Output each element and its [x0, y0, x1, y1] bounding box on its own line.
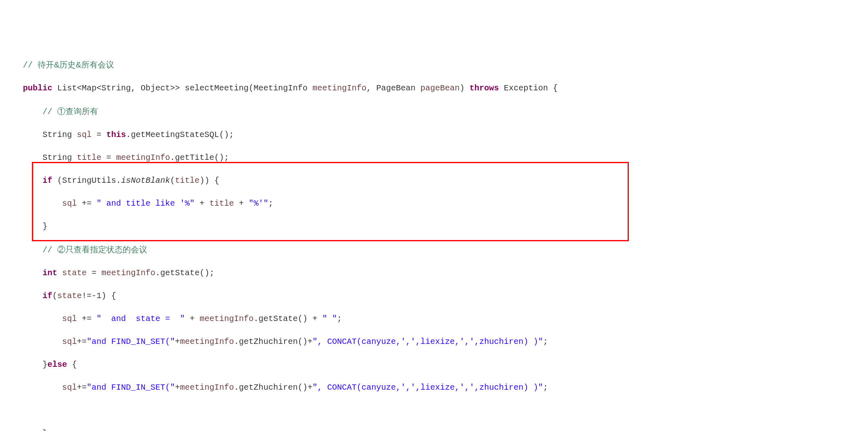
code-line: String sql = this.getMeetingStateSQL();: [0, 129, 868, 141]
type: String: [43, 130, 77, 139]
string-literal: ", CONCAT(canyuze,',',liexize,',',zhuchi…: [312, 383, 543, 392]
keyword-this: this: [106, 130, 126, 139]
code-line: sql += " and title like '%" + title + "%…: [0, 198, 868, 209]
code-line: sql += " and state = " + meetingInfo.get…: [0, 313, 868, 325]
keyword-if: if: [43, 176, 52, 185]
comment-text: ①查询所有: [57, 107, 98, 116]
param-name: meetingInfo: [312, 83, 366, 93]
code-line: // ①查询所有: [0, 106, 868, 118]
code-line: // 待开&历史&所有会议: [0, 59, 868, 71]
method-name: selectMeeting: [185, 83, 249, 93]
keyword-if: if: [43, 291, 52, 301]
string-literal: " and state = ": [96, 314, 185, 323]
param-type: PageBean: [376, 83, 420, 93]
variable: meetingInfo: [101, 268, 155, 278]
keyword-public: public: [23, 83, 52, 93]
variable: title: [209, 199, 234, 208]
code-line: }: [0, 428, 868, 431]
variable: sql: [62, 314, 77, 323]
string-literal: " ": [322, 314, 337, 323]
keyword-throws: throws: [469, 83, 499, 93]
type: List<Map<String, Object>>: [52, 83, 185, 93]
variable: meetingInfo: [180, 383, 234, 392]
comment: //: [43, 107, 57, 117]
variable: sql: [62, 199, 77, 208]
variable: sql: [77, 130, 92, 139]
string-literal: "and FIND_IN_SET(": [87, 337, 175, 346]
variable: meetingInfo: [116, 153, 170, 162]
variable: state: [57, 291, 82, 301]
variable: sql: [62, 337, 77, 346]
static-method: isNotBlank: [121, 176, 170, 185]
code-line: if(state!=-1) {: [0, 290, 868, 302]
comment-text: 待开&历史&所有会议: [38, 60, 114, 69]
code-line: public List<Map<String, Object>> selectM…: [0, 83, 868, 94]
variable: title: [175, 176, 200, 185]
param-name: pageBean: [420, 83, 460, 93]
code-editor[interactable]: // 待开&历史&所有会议 public List<Map<String, Ob…: [0, 46, 868, 431]
variable: sql: [62, 383, 77, 392]
code-line: }else {: [0, 359, 868, 370]
variable: meetingInfo: [200, 314, 253, 323]
keyword-int: int: [43, 268, 57, 278]
code-line: sql+="and FIND_IN_SET("+meetingInfo.getZ…: [0, 382, 868, 393]
string-literal: " and title like '%": [96, 199, 195, 208]
string-literal: "and FIND_IN_SET(": [87, 383, 175, 392]
variable: meetingInfo: [180, 337, 234, 346]
code-line: }: [0, 221, 868, 232]
variable: title: [77, 153, 101, 162]
code-line: int state = meetingInfo.getState();: [0, 267, 868, 279]
string-literal: ", CONCAT(canyuze,',',liexize,',',zhuchi…: [312, 337, 543, 346]
param-type: MeetingInfo: [253, 83, 312, 93]
type: String: [43, 153, 77, 162]
code-line: [0, 405, 868, 416]
code-line: if (StringUtils.isNotBlank(title)) {: [0, 175, 868, 186]
comment: //: [43, 245, 57, 255]
comment-text: ②只查看指定状态的会议: [57, 245, 147, 254]
comment: //: [23, 61, 38, 70]
code-line: sql+="and FIND_IN_SET("+meetingInfo.getZ…: [0, 336, 868, 348]
code-line: String title = meetingInfo.getTitle();: [0, 152, 868, 164]
variable: state: [62, 268, 87, 278]
keyword-else: else: [47, 360, 67, 369]
code-line: // ②只查看指定状态的会议: [0, 244, 868, 256]
string-literal: "%'": [249, 199, 268, 208]
